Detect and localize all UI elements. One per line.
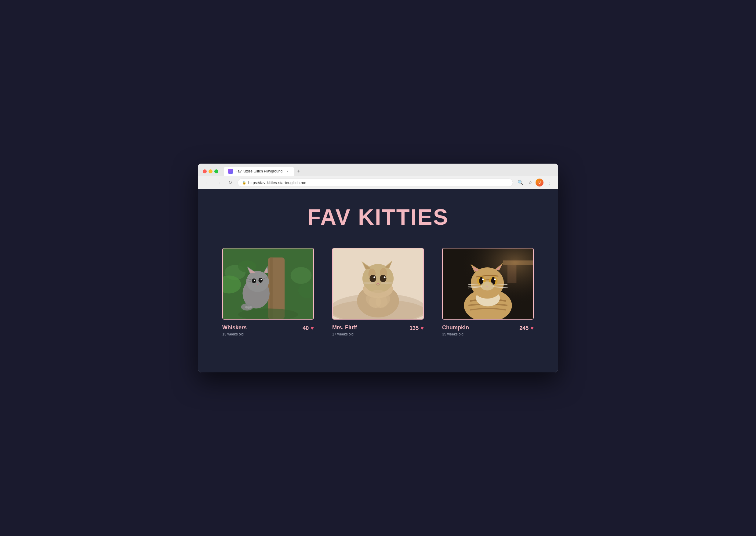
svg-point-15 [252, 278, 256, 283]
tab-title: Fav Kitties Glitch Playground [235, 169, 283, 173]
address-bar: ← → ↻ 🔒 https://fav-kitties-starter.glit… [198, 176, 558, 189]
cat-card-whiskers: Whiskers 13 weeks old 40 ♥ [222, 248, 314, 336]
tab-favicon [228, 169, 233, 174]
heart-icon-whiskers: ♥ [311, 325, 314, 331]
cat-votes-chumpkin[interactable]: 245 ♥ [519, 324, 534, 331]
toolbar-right: 🔍 ☆ U ⋮ [516, 178, 553, 187]
cat-name-age-chumpkin: Chumpkin 35 weeks old [442, 324, 469, 336]
menu-icon: ⋮ [547, 180, 551, 185]
cat-info-chumpkin: Chumpkin 35 weeks old 245 ♥ [442, 324, 534, 336]
cat-age-chumpkin: 35 weeks old [442, 332, 469, 336]
browser-chrome: Fav Kitties Glitch Playground × + ← → ↻ … [198, 164, 558, 189]
page-content: FAV KITTIES [198, 189, 558, 372]
reload-button[interactable]: ↻ [226, 178, 234, 187]
cat-age-mrsfluff: 17 weeks old [332, 332, 357, 336]
profile-avatar[interactable]: U [535, 179, 543, 186]
star-icon: ☆ [528, 180, 532, 185]
cat-name-whiskers: Whiskers [222, 324, 247, 331]
svg-point-26 [249, 306, 252, 309]
url-bar[interactable]: 🔒 https://fav-kitties-starter.glitch.me [238, 179, 513, 187]
cat-votes-whiskers[interactable]: 40 ♥ [303, 324, 314, 331]
title-bar: Fav Kitties Glitch Playground × + [198, 164, 558, 176]
new-tab-button[interactable]: + [295, 169, 303, 176]
window-controls [203, 169, 218, 173]
forward-button[interactable]: → [214, 178, 223, 187]
svg-point-39 [369, 275, 376, 282]
cat-name-mrsfluff: Mrs. Fluff [332, 324, 357, 331]
search-icon: 🔍 [518, 180, 523, 185]
minimize-button[interactable] [209, 169, 213, 173]
close-button[interactable] [203, 169, 207, 173]
cat-image-chumpkin [442, 248, 534, 319]
tab-close-button[interactable]: × [285, 169, 290, 174]
svg-point-41 [373, 276, 375, 278]
cat-name-chumpkin: Chumpkin [442, 324, 469, 331]
back-button[interactable]: ← [203, 178, 211, 187]
maximize-button[interactable] [214, 169, 218, 173]
tab-bar: Fav Kitties Glitch Playground × + [224, 167, 303, 176]
cat-name-age-mrsfluff: Mrs. Fluff 17 weeks old [332, 324, 357, 336]
cat-vote-count-mrsfluff: 135 [409, 325, 419, 331]
cat-vote-count-whiskers: 40 [303, 325, 309, 331]
cats-grid: Whiskers 13 weeks old 40 ♥ [222, 248, 534, 336]
cat-vote-count-chumpkin: 245 [519, 325, 529, 331]
url-text: https://fav-kitties-starter.glitch.me [248, 181, 306, 185]
cat-votes-mrsfluff[interactable]: 135 ♥ [409, 324, 424, 331]
cat-info-mrsfluff: Mrs. Fluff 17 weeks old 135 ♥ [332, 324, 424, 336]
svg-point-50 [376, 296, 388, 308]
svg-point-69 [481, 282, 494, 290]
cat-card-chumpkin: Chumpkin 35 weeks old 245 ♥ [442, 248, 534, 336]
cat-name-age-whiskers: Whiskers 13 weeks old [222, 324, 247, 336]
heart-icon-mrsfluff: ♥ [421, 325, 424, 331]
page-title: FAV KITTIES [307, 205, 449, 229]
cat-image-mrsfluff [332, 248, 424, 319]
svg-point-16 [258, 278, 263, 283]
lock-icon: 🔒 [242, 181, 246, 185]
heart-icon-chumpkin: ♥ [531, 325, 534, 331]
svg-point-18 [260, 279, 262, 280]
cat-card-mrsfluff: Mrs. Fluff 17 weeks old 135 ♥ [332, 248, 424, 336]
svg-point-42 [384, 276, 386, 278]
cat-image-whiskers [222, 248, 314, 319]
svg-point-4 [291, 267, 312, 284]
svg-point-17 [254, 280, 255, 281]
menu-button[interactable]: ⋮ [545, 178, 553, 187]
browser-window: Fav Kitties Glitch Playground × + ← → ↻ … [198, 164, 558, 372]
cat-age-whiskers: 13 weeks old [222, 332, 247, 336]
search-button[interactable]: 🔍 [516, 178, 525, 187]
svg-point-66 [482, 278, 484, 280]
svg-point-67 [494, 278, 496, 280]
svg-point-40 [380, 275, 387, 282]
cat-info-whiskers: Whiskers 13 weeks old 40 ♥ [222, 324, 314, 336]
bookmark-button[interactable]: ☆ [526, 178, 534, 187]
active-tab[interactable]: Fav Kitties Glitch Playground × [224, 167, 294, 176]
